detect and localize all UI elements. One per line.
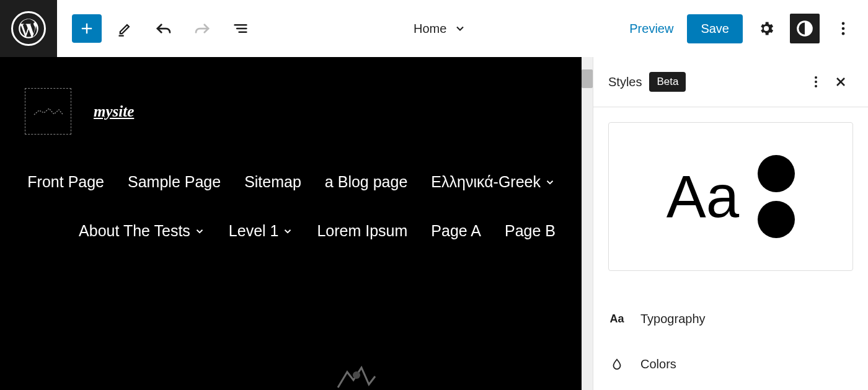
svg-rect-2 (119, 35, 124, 37)
svg-point-11 (815, 76, 817, 79)
svg-point-12 (815, 81, 817, 83)
global-styles-button[interactable] (790, 14, 820, 43)
image-placeholder-icon (33, 105, 64, 118)
toolbar-right: Preview Save (624, 14, 868, 43)
sidebar-sections: Aa Typography Colors (608, 304, 853, 379)
more-vertical-icon (835, 20, 852, 37)
styles-sidebar: Styles Beta Aa Aa Typography (593, 57, 868, 390)
sidebar-header: Styles Beta (593, 57, 868, 107)
redo-icon (193, 19, 211, 38)
main-area: mysite Front PageSample PageSitemapa Blo… (0, 57, 868, 390)
scrollbar-thumb[interactable] (582, 69, 593, 88)
close-sidebar-button[interactable] (828, 69, 853, 94)
canvas-scrollbar[interactable] (582, 57, 593, 390)
colors-row[interactable]: Colors (608, 350, 853, 379)
svg-point-9 (842, 32, 845, 35)
sidebar-more-button[interactable] (804, 69, 828, 94)
nav-item-label: a Blog page (325, 173, 407, 191)
wordpress-logo-icon (11, 11, 46, 46)
style-preview-card[interactable]: Aa (608, 122, 853, 271)
svg-point-13 (815, 85, 817, 87)
featured-image (332, 363, 381, 390)
nav-item[interactable]: a Blog page (325, 173, 407, 191)
nav-item[interactable]: Lorem Ipsum (317, 222, 407, 240)
nav-item-label: Front Page (27, 173, 104, 191)
chevron-down-icon (194, 226, 205, 237)
nav-item[interactable]: Page B (505, 222, 556, 240)
redo-button[interactable] (187, 14, 217, 43)
save-button[interactable]: Save (687, 14, 743, 43)
nav-item-label: About The Tests (79, 222, 190, 240)
contrast-icon (795, 19, 814, 38)
svg-point-7 (842, 22, 845, 25)
chevron-down-icon (282, 226, 293, 237)
site-header: mysite (25, 88, 557, 135)
sidebar-title: Styles (608, 75, 642, 89)
list-view-icon (232, 20, 249, 37)
color-swatch (758, 201, 795, 238)
edit-icon (117, 20, 134, 37)
gear-icon (758, 20, 775, 37)
undo-button[interactable] (149, 14, 179, 43)
nav-item-label: Lorem Ipsum (317, 222, 407, 240)
more-vertical-icon (808, 74, 823, 89)
document-title-dropdown[interactable]: Home (414, 22, 466, 36)
typography-row[interactable]: Aa Typography (608, 304, 853, 334)
color-preview (758, 155, 795, 238)
nav-item[interactable]: Ελληνικά-Greek (431, 173, 556, 191)
site-logo-placeholder[interactable] (25, 88, 71, 135)
edit-tool-button[interactable] (110, 14, 140, 43)
beta-badge: Beta (649, 72, 686, 92)
close-icon (833, 74, 848, 89)
svg-point-10 (353, 371, 360, 379)
typography-label: Typography (640, 312, 706, 326)
typography-preview: Aa (666, 167, 739, 226)
nav-item-label: Page B (505, 222, 556, 240)
editor-toolbar: Home Preview Save (0, 0, 868, 57)
nav-item[interactable]: Sitemap (244, 173, 301, 191)
more-options-button[interactable] (828, 14, 858, 43)
list-view-button[interactable] (226, 14, 255, 43)
typography-icon: Aa (608, 312, 626, 326)
color-swatch (758, 155, 795, 192)
toolbar-center: Home (255, 22, 624, 36)
add-block-button[interactable] (72, 14, 102, 43)
undo-icon (154, 19, 173, 38)
nav-item-label: Page A (431, 222, 481, 240)
wordpress-logo[interactable] (0, 0, 57, 57)
nav-item[interactable]: Sample Page (128, 173, 221, 191)
document-title-label: Home (414, 22, 446, 36)
navigation-menu: Front PageSample PageSitemapa Blog pageΕ… (25, 173, 557, 240)
nav-item[interactable]: Front Page (27, 173, 104, 191)
sidebar-body: Aa Aa Typography Colors (593, 107, 868, 390)
chevron-down-icon (454, 22, 466, 35)
plus-icon (78, 20, 95, 37)
preview-button[interactable]: Preview (624, 17, 678, 41)
nav-item[interactable]: Page A (431, 222, 481, 240)
nav-item-label: Sitemap (244, 173, 301, 191)
nav-item[interactable]: Level 1 (229, 222, 294, 240)
nav-item-label: Ελληνικά-Greek (431, 173, 541, 191)
site-title[interactable]: mysite (94, 103, 134, 120)
svg-point-8 (842, 27, 845, 30)
colors-icon (608, 358, 626, 371)
colors-label: Colors (640, 357, 676, 371)
toolbar-left (57, 14, 255, 43)
editor-canvas[interactable]: mysite Front PageSample PageSitemapa Blo… (0, 57, 593, 390)
nav-item[interactable]: About The Tests (79, 222, 205, 240)
settings-button[interactable] (751, 14, 781, 43)
chevron-down-icon (544, 177, 556, 188)
nav-item-label: Sample Page (128, 173, 221, 191)
nav-item-label: Level 1 (229, 222, 279, 240)
